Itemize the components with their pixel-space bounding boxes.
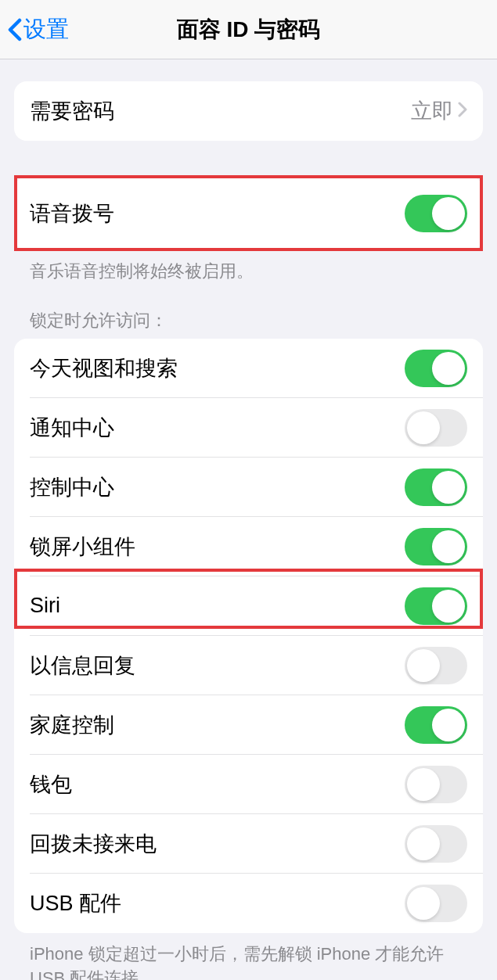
locked-access-row: USB 配件: [14, 874, 483, 933]
locked-access-header: 锁定时允许访问：: [14, 284, 483, 339]
locked-access-toggle[interactable]: [405, 647, 467, 684]
locked-access-toggle[interactable]: [405, 885, 467, 922]
require-passcode-value: 立即: [411, 97, 453, 125]
locked-access-label: 以信息回复: [30, 652, 405, 680]
require-passcode-section: 需要密码 立即: [14, 81, 483, 141]
voice-dial-footer: 音乐语音控制将始终被启用。: [14, 250, 483, 284]
locked-access-toggle[interactable]: [405, 409, 467, 447]
require-passcode-label: 需要密码: [30, 97, 411, 125]
locked-access-row: 以信息回复: [14, 636, 483, 695]
locked-access-toggle[interactable]: [405, 350, 467, 387]
usb-footer: iPhone 锁定超过一小时后，需先解锁 iPhone 才能允许 USB 配件连…: [14, 933, 483, 980]
locked-access-toggle[interactable]: [405, 528, 467, 565]
locked-access-section: 今天视图和搜索通知中心控制中心锁屏小组件Siri以信息回复家庭控制钱包回拨未接来…: [14, 339, 483, 933]
locked-access-label: USB 配件: [30, 889, 405, 917]
locked-access-row: 家庭控制: [14, 695, 483, 755]
locked-access-toggle[interactable]: [405, 825, 467, 863]
locked-access-row: 控制中心: [14, 458, 483, 517]
require-passcode-row[interactable]: 需要密码 立即: [14, 81, 483, 141]
chevron-right-icon: [458, 100, 467, 122]
locked-access-row: 通知中心: [14, 398, 483, 458]
back-label: 设置: [23, 14, 69, 45]
locked-access-toggle[interactable]: [405, 587, 467, 625]
locked-access-label: 回拨未接来电: [30, 830, 405, 858]
page-title: 面容 ID 与密码: [177, 15, 321, 45]
locked-access-label: 控制中心: [30, 473, 405, 501]
locked-access-label: 通知中心: [30, 414, 405, 442]
voice-dial-row: 语音拨号: [14, 177, 483, 250]
locked-access-row: Siri: [14, 576, 483, 636]
chevron-left-icon: [8, 18, 22, 41]
locked-access-label: 锁屏小组件: [30, 533, 405, 561]
locked-access-row: 回拨未接来电: [14, 814, 483, 874]
locked-access-label: 钱包: [30, 770, 405, 799]
locked-access-row: 钱包: [14, 755, 483, 814]
locked-access-row: 锁屏小组件: [14, 517, 483, 576]
locked-access-label: 家庭控制: [30, 711, 405, 739]
voice-dial-label: 语音拨号: [30, 199, 405, 228]
locked-access-label: Siri: [30, 594, 405, 618]
voice-dial-toggle[interactable]: [405, 195, 467, 232]
nav-bar: 设置 面容 ID 与密码: [0, 0, 497, 59]
voice-dial-section: 语音拨号: [14, 177, 483, 250]
locked-access-toggle[interactable]: [405, 468, 467, 506]
back-button[interactable]: 设置: [0, 14, 69, 45]
locked-access-label: 今天视图和搜索: [30, 354, 405, 382]
locked-access-toggle[interactable]: [405, 766, 467, 803]
locked-access-row: 今天视图和搜索: [14, 339, 483, 398]
locked-access-toggle[interactable]: [405, 706, 467, 744]
